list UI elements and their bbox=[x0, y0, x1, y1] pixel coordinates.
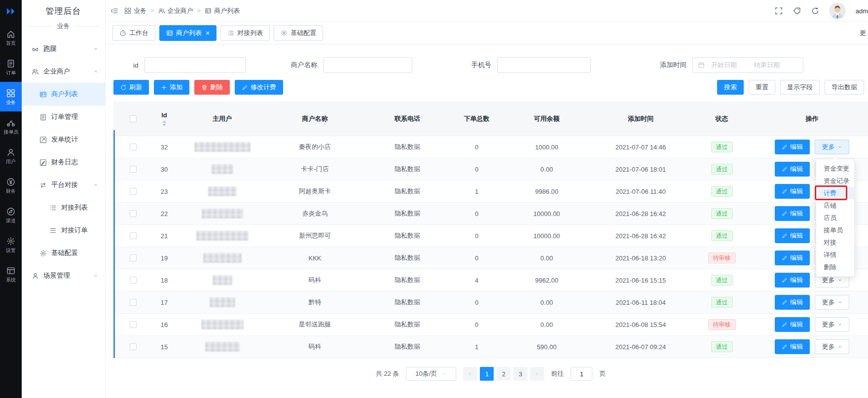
tab-integration-list[interactable]: 对接列表 bbox=[220, 25, 270, 41]
sidebar-item-order-management[interactable]: 订单管理 bbox=[22, 106, 105, 128]
sidebar-item-dispatch-stats[interactable]: 发单统计 bbox=[22, 128, 105, 151]
edit-button[interactable]: 编辑 bbox=[775, 162, 810, 177]
row-checkbox[interactable] bbox=[130, 277, 137, 284]
reset-button[interactable]: 重置 bbox=[749, 80, 775, 95]
rail-item-orders[interactable]: 订单 bbox=[0, 52, 22, 82]
edit-button[interactable]: 编辑 bbox=[775, 206, 810, 221]
rail-item-business[interactable]: 业务 bbox=[0, 82, 22, 111]
breadcrumb-item-business[interactable]: 业务 bbox=[124, 6, 146, 15]
rail-item-channels[interactable]: 渠道 bbox=[0, 200, 22, 230]
id-filter-input[interactable] bbox=[145, 57, 246, 73]
edit-billing-button[interactable]: 修改计费 bbox=[235, 80, 283, 95]
tab-workbench[interactable]: 工作台 bbox=[112, 25, 155, 41]
edit-button[interactable]: 编辑 bbox=[775, 251, 810, 265]
rail-item-settings[interactable]: 设置 bbox=[0, 230, 22, 259]
column-label: Id bbox=[161, 111, 167, 119]
row-checkbox[interactable] bbox=[130, 299, 137, 306]
breadcrumb-item-enterprise-merchant[interactable]: 企业商户 bbox=[158, 6, 193, 15]
more-menu-item-details[interactable]: 详情 bbox=[816, 249, 854, 261]
chevron-up-icon bbox=[93, 69, 98, 74]
edit-button[interactable]: 编辑 bbox=[775, 228, 810, 243]
delete-button[interactable]: 删除 bbox=[194, 80, 230, 95]
breadcrumb-item-merchant-list[interactable]: 商户列表 bbox=[205, 6, 240, 15]
sidebar-item-finance-log[interactable]: 财务日志 bbox=[22, 151, 105, 174]
row-checkbox[interactable] bbox=[130, 166, 137, 173]
rail-item-system[interactable]: 系统 bbox=[0, 259, 22, 289]
row-checkbox[interactable] bbox=[130, 254, 137, 261]
rail-item-receivers[interactable]: 接单员 bbox=[0, 111, 22, 141]
table-cell: 22 bbox=[153, 210, 176, 217]
tabs-overflow[interactable]: 更 bbox=[860, 29, 867, 37]
username[interactable]: adm bbox=[856, 7, 868, 15]
avatar[interactable] bbox=[829, 2, 846, 19]
refresh-icon[interactable] bbox=[811, 7, 819, 15]
row-checkbox[interactable] bbox=[130, 232, 137, 239]
sidebar-item-integration-orders[interactable]: 对接订单 bbox=[22, 219, 105, 242]
page-button-2[interactable]: 2 bbox=[497, 367, 510, 381]
edit-button[interactable]: 编辑 bbox=[775, 295, 810, 310]
next-page-button[interactable] bbox=[530, 367, 544, 381]
app-logo[interactable] bbox=[0, 0, 22, 23]
export-button[interactable]: 导出数据 bbox=[825, 80, 864, 95]
table-cell: 通过 bbox=[687, 142, 756, 152]
search-button[interactable]: 搜索 bbox=[717, 80, 744, 95]
edit-button[interactable]: 编辑 bbox=[775, 140, 810, 154]
row-checkbox[interactable] bbox=[130, 343, 137, 350]
collapse-sidebar-icon[interactable] bbox=[110, 7, 118, 15]
more-menu-item-fund-change[interactable]: 资金变更 bbox=[816, 162, 854, 175]
more-button[interactable]: 更多 bbox=[815, 317, 849, 332]
sort-desc-icon[interactable] bbox=[162, 124, 166, 126]
edit-button[interactable]: 编辑 bbox=[775, 273, 810, 288]
fullscreen-icon[interactable] bbox=[775, 7, 783, 15]
select-all-checkbox[interactable] bbox=[130, 115, 137, 122]
more-menu-item-clerk[interactable]: 店员 bbox=[816, 212, 854, 224]
date-range-picker[interactable]: 开始日期 结束日期 bbox=[692, 57, 803, 73]
run-icon bbox=[32, 45, 39, 53]
tab-basic-config[interactable]: 基础配置 bbox=[274, 25, 323, 41]
more-button[interactable]: 更多 bbox=[815, 295, 849, 310]
more-button[interactable]: 更多 bbox=[815, 140, 849, 154]
more-menu-item-fund-records[interactable]: 资金记录 bbox=[816, 175, 854, 187]
edit-button[interactable]: 编辑 bbox=[775, 317, 810, 332]
sidebar-item-errand[interactable]: 跑腿 bbox=[22, 37, 105, 60]
page-button-1[interactable]: 1 bbox=[480, 367, 494, 381]
cell-id: 21 bbox=[161, 232, 168, 240]
sidebar-item-platform-integration[interactable]: 平台对接 bbox=[22, 174, 105, 196]
row-checkbox[interactable] bbox=[130, 321, 137, 328]
goto-page-input[interactable] bbox=[571, 367, 592, 381]
more-menu-item-billing[interactable]: 计费 bbox=[816, 187, 854, 199]
refresh-button[interactable]: 刷新 bbox=[113, 80, 149, 95]
sort-asc-icon[interactable] bbox=[162, 120, 166, 123]
header-cell-0[interactable]: Id bbox=[153, 111, 176, 126]
sidebar-item-basic-config[interactable]: 基础配置 bbox=[22, 242, 105, 264]
columns-button[interactable]: 显示字段 bbox=[780, 80, 820, 95]
phone-filter-input[interactable] bbox=[497, 57, 591, 73]
edit-button[interactable]: 编辑 bbox=[775, 184, 810, 199]
more-menu-item-receiver[interactable]: 接单员 bbox=[816, 224, 854, 236]
sidebar-item-merchant-list[interactable]: 商户列表 bbox=[22, 83, 105, 106]
theme-icon[interactable] bbox=[793, 7, 801, 15]
rail-item-finance[interactable]: 财务 bbox=[0, 171, 22, 200]
table-cell: 隐私数据 bbox=[361, 187, 454, 196]
sidebar-item-scene-management[interactable]: 场景管理 bbox=[22, 264, 105, 287]
more-menu-item-integration[interactable]: 对接 bbox=[816, 236, 854, 249]
edit-button[interactable]: 编辑 bbox=[775, 339, 810, 354]
sidebar-item-enterprise-merchant[interactable]: 企业商户 bbox=[22, 60, 105, 83]
tab-merchant-list[interactable]: 商户列表× bbox=[159, 25, 217, 41]
row-checkbox[interactable] bbox=[130, 144, 137, 150]
row-checkbox[interactable] bbox=[130, 188, 137, 195]
merchant-name-filter-input[interactable] bbox=[324, 57, 412, 73]
more-button[interactable]: 更多 bbox=[815, 339, 849, 354]
more-menu-item-delete[interactable]: 删除 bbox=[816, 261, 854, 273]
chevron-down-icon bbox=[837, 300, 842, 305]
row-checkbox[interactable] bbox=[130, 210, 137, 217]
page-button-3[interactable]: 3 bbox=[513, 367, 527, 381]
sidebar-item-integration-list[interactable]: 对接列表 bbox=[22, 196, 105, 219]
add-button[interactable]: 添加 bbox=[154, 80, 189, 95]
prev-page-button[interactable] bbox=[463, 367, 477, 381]
rail-item-home[interactable]: 首页 bbox=[0, 23, 22, 52]
cell-order-count: 0 bbox=[475, 232, 478, 240]
more-menu-item-shop[interactable]: 店铺 bbox=[816, 199, 854, 212]
page-size-select[interactable]: 10条/页 bbox=[406, 367, 456, 381]
rail-item-users[interactable]: 用户 bbox=[0, 141, 22, 171]
